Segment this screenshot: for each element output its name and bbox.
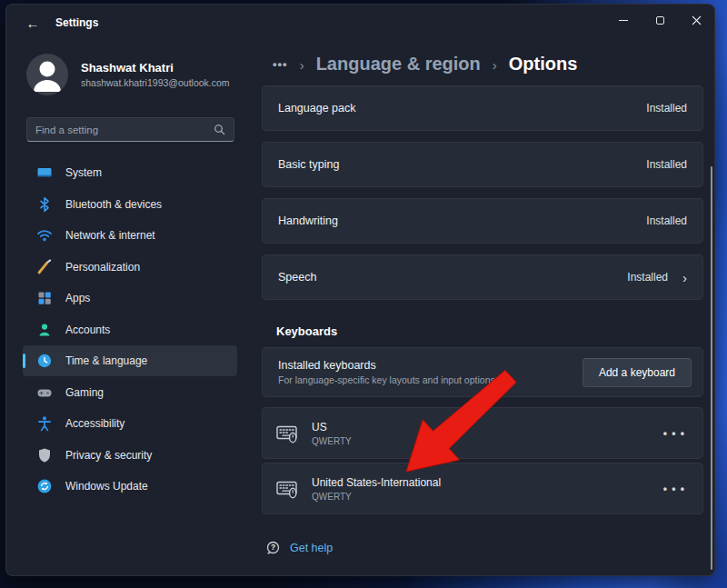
minimize-button[interactable] (605, 5, 642, 35)
feature-row-language-pack[interactable]: Language pack Installed (262, 85, 703, 131)
sidebar-item-privacy-security[interactable]: Privacy & security (23, 440, 237, 471)
back-button[interactable]: ← (21, 12, 45, 34)
avatar (26, 54, 68, 95)
installed-keyboards-card: Installed keyboards For language-specifi… (262, 347, 703, 397)
feature-label: Basic typing (278, 158, 646, 171)
search-input[interactable] (35, 125, 214, 135)
sidebar-item-label: Gaming (65, 386, 104, 399)
accessibility-person-icon (36, 415, 53, 432)
sidebar-nav: System Bluetooth & devices Network & int… (23, 157, 237, 503)
keyboards-section-title: Keyboards (276, 324, 337, 338)
sidebar-item-time-language[interactable]: Time & language (23, 345, 237, 376)
sidebar-item-windows-update[interactable]: Windows Update (23, 471, 237, 502)
get-help-label: Get help (290, 542, 333, 554)
keyboard-layout: QWERTY (312, 436, 649, 446)
search-icon (214, 124, 225, 135)
wifi-icon (36, 227, 53, 244)
keyboard-row-us-international[interactable]: United States-International QWERTY • • • (262, 463, 703, 514)
breadcrumb-more-button[interactable]: ••• (273, 57, 288, 71)
status-text: Installed (646, 102, 687, 115)
sidebar-item-label: Apps (65, 292, 90, 304)
feature-label: Speech (278, 271, 627, 284)
account-person-icon (36, 322, 53, 338)
keyboard-name: United States-International (312, 476, 649, 489)
sidebar-item-label: Bluetooth & devices (65, 198, 162, 211)
breadcrumb: ••• › Language & region › Options (273, 54, 577, 75)
keyboard-layout: QWERTY (312, 492, 649, 502)
more-options-button[interactable]: • • • (662, 424, 687, 443)
installed-keyboards-title: Installed keyboards (278, 359, 583, 372)
app-title: Settings (55, 16, 98, 29)
feature-label: Language pack (278, 102, 646, 115)
apps-icon (36, 290, 53, 306)
maximize-icon (656, 16, 664, 25)
feature-label: Handwriting (278, 214, 646, 227)
sidebar-item-label: Network & internet (65, 229, 155, 242)
get-help-link[interactable]: ? Get help (264, 540, 333, 556)
sidebar-item-bluetooth-devices[interactable]: Bluetooth & devices (23, 189, 237, 220)
keyboard-name: US (312, 421, 649, 434)
add-keyboard-button[interactable]: Add a keyboard (583, 358, 692, 387)
feature-row-speech[interactable]: Speech Installed › (262, 254, 703, 300)
breadcrumb-parent[interactable]: Language & region (316, 54, 481, 75)
sidebar-item-label: Personalization (65, 261, 140, 274)
search-box[interactable] (26, 117, 234, 142)
back-arrow-icon: ← (26, 15, 40, 31)
sidebar-item-accessibility[interactable]: Accessibility (23, 408, 237, 439)
settings-window: ← Settings Shashwat Khatri shashwat.khat… (5, 4, 715, 576)
keyboard-icon (275, 422, 299, 445)
keyboard-icon (275, 477, 299, 501)
person-icon (26, 54, 68, 95)
sidebar-item-gaming[interactable]: Gaming (23, 377, 237, 408)
more-options-button[interactable]: • • • (662, 479, 687, 499)
maximize-button[interactable] (642, 5, 678, 35)
sidebar-item-personalization[interactable]: Personalization (23, 252, 237, 283)
sidebar-item-accounts[interactable]: Accounts (23, 314, 237, 345)
close-button[interactable] (678, 5, 714, 35)
status-text: Installed (646, 214, 687, 227)
chevron-right-icon: › (682, 271, 687, 284)
svg-text:?: ? (271, 543, 275, 552)
sidebar-item-label: Accounts (65, 324, 110, 336)
installed-keyboards-subtitle: For language-specific key layouts and in… (278, 374, 583, 385)
feature-row-handwriting[interactable]: Handwriting Installed (262, 198, 703, 244)
system-icon (36, 164, 53, 181)
page-title: Options (509, 54, 578, 75)
vertical-scrollbar[interactable] (711, 166, 712, 570)
user-profile: Shashwat Khatri shashwat.khatri1993@outl… (26, 54, 230, 95)
update-arrows-icon (36, 478, 53, 494)
sidebar-item-system[interactable]: System (23, 157, 237, 188)
feature-row-basic-typing[interactable]: Basic typing Installed (262, 142, 703, 187)
sidebar-item-label: Accessibility (65, 417, 124, 430)
keyboard-row-us[interactable]: US QWERTY • • • (262, 407, 703, 459)
status-text: Installed (646, 158, 687, 171)
bluetooth-icon (36, 196, 53, 213)
clock-icon (36, 353, 53, 369)
profile-email: shashwat.khatri1993@outlook.com (81, 77, 230, 88)
sidebar-item-label: Windows Update (65, 480, 148, 493)
sidebar-item-label: Time & language (65, 354, 147, 367)
chevron-right-icon: › (300, 56, 304, 73)
sidebar-item-label: System (65, 166, 102, 179)
shield-icon (36, 447, 53, 463)
chevron-right-icon: › (493, 56, 497, 73)
sidebar-item-network-internet[interactable]: Network & internet (23, 220, 237, 251)
minimize-icon (619, 20, 628, 21)
sidebar-item-apps[interactable]: Apps (23, 283, 237, 314)
gamepad-icon (36, 384, 53, 401)
help-icon: ? (264, 540, 281, 556)
paintbrush-icon (36, 259, 53, 275)
title-bar: ← Settings (6, 5, 714, 41)
profile-name: Shashwat Khatri (81, 61, 230, 75)
close-icon (692, 15, 702, 25)
sidebar-item-label: Privacy & security (65, 449, 152, 462)
status-text: Installed (627, 271, 668, 284)
